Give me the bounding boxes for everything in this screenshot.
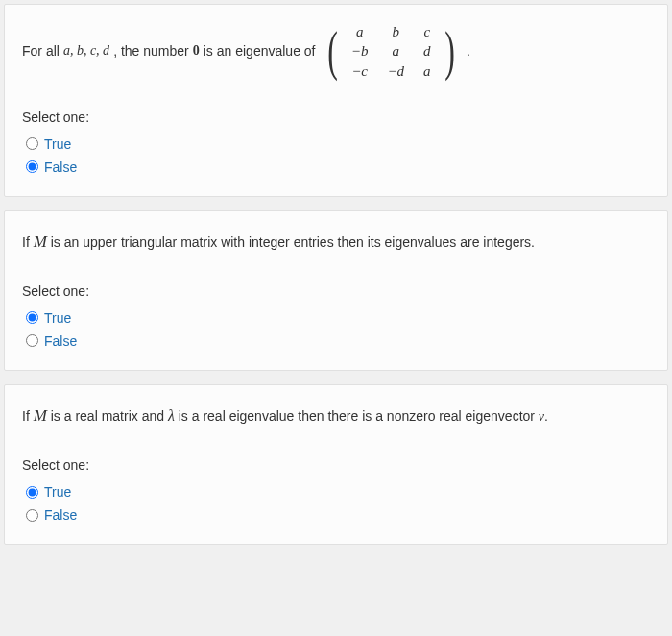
q1-period: . (467, 40, 470, 61)
option-true-label: True (44, 484, 71, 500)
q1-text-after: is an eigenvalue of (204, 40, 316, 61)
radio-false[interactable] (26, 160, 38, 173)
matrix-row: −c −d a (342, 61, 441, 81)
option-true[interactable]: True (22, 480, 650, 503)
q3-M: M (34, 406, 47, 425)
select-one-prompt: Select one: (22, 110, 650, 125)
select-one-prompt: Select one: (22, 457, 650, 473)
matrix-row: a b c (342, 22, 441, 41)
q3-lambda: λ (168, 407, 175, 424)
left-paren-icon: ( (327, 24, 338, 78)
question-1-text: For all a, b, c, d , the number 0 is an … (22, 22, 650, 81)
option-false-label: False (44, 333, 77, 349)
option-false[interactable]: False (22, 330, 650, 353)
radio-true[interactable] (26, 486, 38, 499)
question-1: For all a, b, c, d , the number 0 is an … (4, 4, 668, 197)
option-true[interactable]: True (22, 306, 650, 330)
q2-M: M (34, 232, 47, 251)
option-true-label: True (44, 136, 71, 152)
option-true-label: True (44, 310, 71, 326)
radio-false[interactable] (26, 509, 38, 522)
option-false-label: False (44, 507, 77, 523)
matrix-table: a b c −b a d −c −d a (342, 22, 441, 81)
matrix-cell: a (414, 61, 441, 81)
matrix-cell: −b (342, 41, 378, 61)
q1-text-mid: , the number (113, 40, 189, 61)
question-3: If M is a real matrix and λ is a real ei… (4, 384, 668, 545)
radio-true[interactable] (26, 137, 38, 150)
matrix-cell: −c (342, 61, 378, 81)
matrix-cell: −d (377, 61, 414, 81)
option-false-label: False (44, 159, 77, 175)
q1-matrix: ( a b c −b a d −c −d a ) (324, 22, 459, 81)
matrix-cell: b (377, 22, 414, 41)
q1-vars: a, b, c, d (63, 40, 109, 61)
option-false[interactable]: False (22, 156, 650, 179)
q1-zero: 0 (193, 40, 200, 61)
q3-t6: . (544, 408, 548, 424)
matrix-cell: a (377, 41, 414, 61)
question-2: If M is an upper triangular matrix with … (4, 210, 668, 371)
question-2-text: If M is an upper triangular matrix with … (22, 229, 650, 255)
option-true[interactable]: True (22, 133, 650, 156)
matrix-cell: d (414, 41, 441, 61)
radio-false[interactable] (26, 334, 38, 347)
q3-t0: If (22, 408, 34, 424)
radio-true[interactable] (26, 311, 38, 324)
q2-t0: If (22, 234, 34, 250)
q3-t4: is a real eigenvalue then there is a non… (175, 408, 539, 424)
right-paren-icon: ) (444, 24, 455, 78)
q1-text-before: For all (22, 40, 60, 61)
q3-t2: is a real matrix and (47, 408, 168, 424)
select-one-prompt: Select one: (22, 283, 650, 299)
matrix-cell: c (414, 22, 441, 41)
question-3-text: If M is a real matrix and λ is a real ei… (22, 403, 650, 428)
matrix-cell: a (342, 22, 378, 41)
option-false[interactable]: False (22, 503, 650, 526)
q2-t2: is an upper triangular matrix with integ… (47, 234, 535, 250)
matrix-row: −b a d (342, 41, 441, 61)
